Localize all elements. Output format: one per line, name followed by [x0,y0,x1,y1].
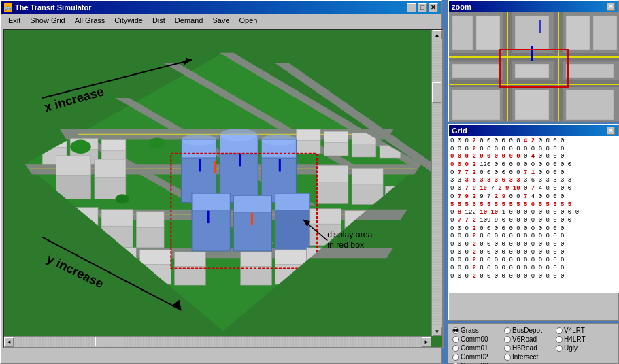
menu-open[interactable]: Open [235,15,262,26]
scroll-left-button[interactable]: ◄ [4,337,14,347]
radio-panel: Grass BusDepot V4LRT Comm00 V6Road H4LRT… [448,323,619,364]
maximize-button[interactable]: □ [418,3,427,12]
svg-rect-21 [101,139,126,150]
radio-circle-comm00[interactable] [452,336,459,343]
svg-rect-66 [139,250,171,264]
grid-close-button[interactable]: ✕ [607,127,615,135]
radio-row-4: Comm02 Intersect [452,353,614,361]
menu-dist[interactable]: Dist [148,15,169,26]
svg-rect-45 [233,195,271,212]
svg-rect-114 [566,90,614,120]
radio-h6road[interactable]: H6Road [504,344,553,352]
grid-row-13: 0 0 0 2 0 0 0 0 0 0 0 0 0 0 0 0 [450,241,618,249]
grid-row-12: 0 0 0 2 0 0 0 0 0 0 0 0 0 0 0 0 [450,233,618,241]
vertical-scrollbar[interactable]: ▲ ▼ [431,30,442,336]
radio-comm01[interactable]: Comm01 [452,344,501,352]
menu-demand[interactable]: Demand [171,15,207,26]
radio-circle-intersect[interactable] [504,354,511,361]
menu-all-grass[interactable]: All Grass [71,15,110,26]
svg-point-38 [220,129,257,141]
svg-rect-105 [476,16,500,50]
close-button[interactable]: ✕ [429,3,438,12]
zoom-close-button[interactable]: ✕ [607,3,615,11]
radio-h6road-label: H6Road [512,344,537,352]
svg-rect-70 [241,252,272,266]
radio-v6road-label: V6Road [512,335,537,343]
svg-rect-116 [539,20,541,33]
svg-point-35 [182,134,216,145]
svg-rect-106 [515,16,549,50]
radio-circle-ugly[interactable] [556,345,563,352]
radio-h4lrt[interactable]: H4LRT [556,335,603,343]
grid-content[interactable]: 0 0 0 2 0 0 0 0 0 0 4 2 0 0 0 0 0 0 0 2 … [449,136,619,293]
radio-ugly[interactable]: Ugly [556,344,603,352]
svg-rect-64 [105,248,136,262]
svg-rect-24 [324,142,348,156]
radio-grass[interactable]: Grass [452,327,501,334]
svg-rect-55 [317,165,348,182]
radio-circle-h6road[interactable] [504,345,511,352]
svg-rect-113 [515,90,549,120]
vertical-scroll-thumb[interactable] [432,82,441,103]
radio-circle-comm02[interactable] [452,354,459,361]
svg-rect-17 [42,136,67,147]
minimize-button[interactable]: _ [407,3,416,12]
scroll-down-button[interactable]: ▼ [433,327,442,336]
radio-grass-label: Grass [461,327,479,334]
zoom-content[interactable] [449,12,619,121]
radio-comm02[interactable]: Comm02 [452,353,501,361]
menu-citywide[interactable]: Citywide [110,15,147,26]
radio-intersect-label: Intersect [512,353,538,361]
svg-rect-100 [449,56,619,58]
zoom-title-bar: zoom ✕ [449,1,618,12]
svg-rect-78 [199,159,201,171]
radio-comm00[interactable]: Comm00 [452,335,501,343]
menu-save[interactable]: Save [208,15,233,26]
horizontal-scrollbar[interactable]: ◄ ► [4,336,431,347]
svg-rect-107 [566,16,590,50]
svg-point-77 [116,194,129,203]
main-window: 🚌 The Transit Simulator _ □ ✕ Exit Show … [0,0,442,364]
svg-rect-81 [207,211,209,223]
radio-circle-grass[interactable] [452,327,459,334]
radio-circle-h4lrt[interactable] [556,336,563,343]
radio-circle-v6road[interactable] [504,336,511,343]
city-map-svg: x increase y increase display area in re… [4,30,442,347]
radio-comm02-label: Comm02 [461,353,488,361]
radio-circle-busdepot[interactable] [504,327,511,334]
canvas-area[interactable]: x increase y increase display area in re… [3,29,444,348]
grid-row-15: 0 0 0 2 0 0 0 0 0 0 0 0 0 0 0 0 [450,257,618,265]
radio-v6road[interactable]: V6Road [504,335,553,343]
radio-circle-v4lrt[interactable] [556,327,563,334]
radio-ugly-label: Ugly [564,344,578,352]
svg-rect-26 [352,144,376,157]
svg-rect-79 [239,154,241,166]
grid-row-17: 0 0 0 2 0 0 0 0 0 0 0 0 0 0 0 0 [450,273,618,281]
radio-intersect[interactable]: Intersect [504,353,553,361]
scroll-up-button[interactable]: ▲ [433,30,442,39]
radio-v4lrt[interactable]: V4LRT [556,327,603,334]
svg-rect-25 [324,131,348,142]
app-icon: 🚌 [4,3,12,12]
radio-row-1: Grass BusDepot V4LRT [452,327,614,334]
grid-row-0: 0 0 0 2 0 0 0 0 0 0 4 2 0 0 0 0 [450,137,618,146]
radio-circle-comm01[interactable] [452,345,459,352]
menu-show-grid[interactable]: Show Grid [26,15,69,26]
horizontal-scroll-thumb[interactable] [95,337,122,346]
svg-rect-60 [310,209,341,224]
svg-rect-110 [515,64,549,78]
scroll-right-button[interactable]: ► [422,337,431,347]
svg-rect-84 [251,213,253,225]
zoom-title-text: zoom [452,3,471,11]
radio-busdepot[interactable]: BusDepot [504,327,553,334]
svg-rect-51 [101,210,133,227]
svg-rect-112 [452,90,500,120]
svg-rect-49 [67,208,98,225]
svg-rect-47 [275,193,310,210]
svg-rect-115 [531,46,533,61]
zoom-map-svg [449,12,619,121]
svg-rect-42 [192,210,230,251]
svg-text:display area: display area [327,230,372,239]
menu-exit[interactable]: Exit [4,15,24,26]
svg-rect-83 [214,161,216,173]
